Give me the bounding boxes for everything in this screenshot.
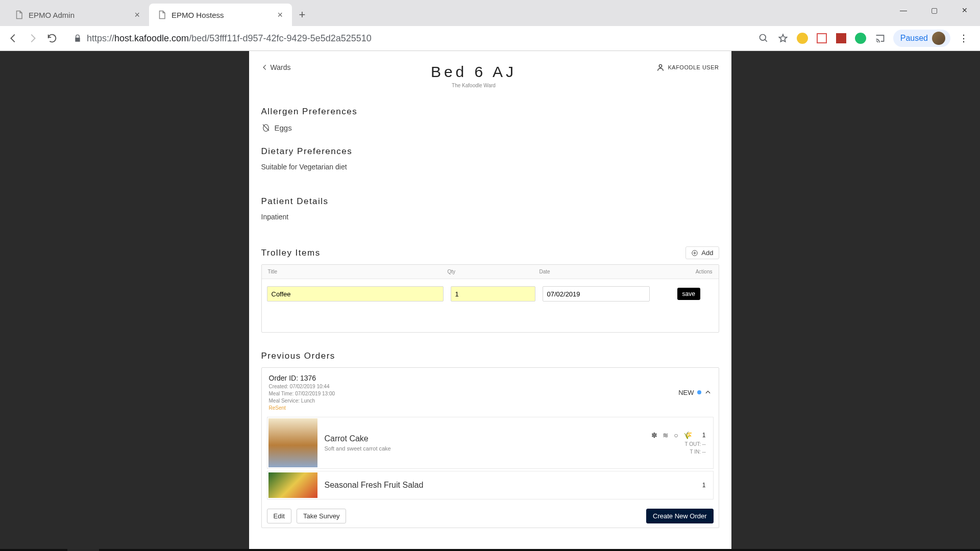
paused-label: Paused <box>900 34 928 43</box>
tab-1[interactable]: EPMO Admin × <box>6 4 149 26</box>
col-title: Title <box>268 269 448 274</box>
taskbar: S W S ENG 10:51 07 <box>0 549 980 551</box>
close-window-button[interactable]: ✕ <box>949 0 980 20</box>
order-id: Order ID: 1376 <box>269 374 335 382</box>
dietary-text: Suitable for Vegetarian diet <box>261 163 719 171</box>
item-image <box>268 418 317 467</box>
avatar <box>932 32 945 45</box>
page-icon <box>157 10 166 19</box>
allergen-heading: Allergen Preferences <box>261 107 719 117</box>
trolley-qty-input[interactable] <box>451 286 535 302</box>
firefox-icon[interactable] <box>99 549 131 551</box>
back-label: Wards <box>271 63 291 71</box>
svg-point-0 <box>760 35 766 41</box>
chevron-up-icon <box>704 389 712 396</box>
dietary-heading: Dietary Preferences <box>261 146 719 157</box>
ext-icon-4[interactable] <box>854 32 867 44</box>
close-icon[interactable]: × <box>275 9 285 21</box>
prev-heading: Previous Orders <box>261 351 719 361</box>
item-image <box>268 472 317 498</box>
t-in: T IN: -- <box>690 449 706 455</box>
chevron-left-icon <box>261 64 268 71</box>
user-chip[interactable]: KAFOODLE USER <box>656 63 719 71</box>
order-item: Seasonal Fresh Fruit Salad 1 <box>267 471 714 499</box>
item-qty: 1 <box>702 432 706 439</box>
order-resent: ReSent <box>269 405 335 411</box>
ext-icon-2[interactable] <box>816 32 828 44</box>
edit-button[interactable]: Edit <box>267 509 291 523</box>
browser-tab-strip: EPMO Admin × EPMO Hostess × + — ▢ ✕ <box>0 0 980 26</box>
cast-icon[interactable] <box>874 32 886 44</box>
trolley-header-row: Title Qty Date Actions <box>262 265 719 279</box>
skype-business-icon[interactable]: S <box>162 549 194 551</box>
previous-orders-card: Order ID: 1376 Created: 07/02/2019 10:44… <box>261 367 719 528</box>
order-mealtime: Meal Time: 07/02/2019 13:00 <box>269 391 335 396</box>
trolley-title-input[interactable] <box>267 286 444 302</box>
diet-icon: 🌾 <box>683 431 692 439</box>
skype-icon[interactable]: S <box>226 549 257 551</box>
save-button[interactable]: save <box>677 288 700 300</box>
item-desc: Soft and sweet carrot cake <box>325 445 645 452</box>
tab-title: EPMO Admin <box>29 11 127 19</box>
item-name: Carrot Cake <box>325 434 645 443</box>
word-icon[interactable]: W <box>194 549 226 551</box>
new-tab-button[interactable]: + <box>292 4 312 26</box>
url-bar: https://host.kafoodle.com/bed/53fff11f-d… <box>0 26 980 51</box>
maximize-button[interactable]: ▢ <box>919 0 949 20</box>
chrome-icon[interactable] <box>67 549 99 551</box>
diet-icon: ≋ <box>663 431 669 439</box>
trolley-date-input[interactable] <box>543 286 650 302</box>
col-date: Date <box>540 269 647 274</box>
file-explorer-icon[interactable] <box>36 549 67 551</box>
url-input[interactable]: https://host.kafoodle.com/bed/53fff11f-d… <box>65 29 750 47</box>
reload-button[interactable] <box>46 32 58 44</box>
allergen-icon <box>261 123 271 132</box>
allergen-label: Eggs <box>275 123 292 132</box>
back-wards-link[interactable]: Wards <box>261 63 291 71</box>
item-diet-icons: ✽ ≋ ○ 🌾 <box>651 431 692 439</box>
order-mealservice: Meal Service: Lunch <box>269 398 335 404</box>
diet-icon: ○ <box>674 431 678 439</box>
col-actions: Actions <box>647 269 713 274</box>
order-status-toggle[interactable]: NEW <box>678 389 711 396</box>
edge-icon[interactable] <box>131 549 162 551</box>
diet-icon: ✽ <box>651 431 657 439</box>
create-new-order-button[interactable]: Create New Order <box>646 509 713 523</box>
status-dot-icon <box>697 390 701 394</box>
item-qty: 1 <box>702 482 706 489</box>
trolley-heading: Trolley Items <box>261 248 321 258</box>
item-name: Seasonal Fresh Fruit Salad <box>325 481 695 490</box>
viewport: Wards Bed 6 AJ The Kafoodle Ward KAFOODL… <box>0 51 980 551</box>
take-survey-button[interactable]: Take Survey <box>297 509 347 523</box>
page-title: Bed 6 AJ <box>431 63 517 81</box>
user-name: KAFOODLE USER <box>668 64 719 70</box>
lock-icon <box>74 34 82 42</box>
patient-heading: Patient Details <box>261 196 719 207</box>
minimize-button[interactable]: — <box>888 0 919 20</box>
tab-title: EPMO Hostess <box>172 11 270 19</box>
forward-button[interactable] <box>27 32 39 44</box>
start-button[interactable] <box>4 549 36 551</box>
patient-text: Inpatient <box>261 213 719 221</box>
order-created: Created: 07/02/2019 10:44 <box>269 384 335 389</box>
add-button[interactable]: Add <box>685 246 719 259</box>
profile-paused[interactable]: Paused <box>893 30 950 47</box>
tab-2[interactable]: EPMO Hostess × <box>149 4 292 26</box>
t-out: T OUT: -- <box>685 441 706 447</box>
back-button[interactable] <box>7 32 19 44</box>
ext-icon-1[interactable] <box>796 32 808 44</box>
allergen-item: Eggs <box>261 123 719 132</box>
star-icon[interactable] <box>777 32 789 44</box>
zoom-icon[interactable] <box>757 32 770 44</box>
col-qty: Qty <box>448 269 540 274</box>
plus-circle-icon <box>691 249 698 257</box>
trolley-row: save <box>262 279 719 332</box>
add-label: Add <box>701 249 713 257</box>
kebab-menu-icon[interactable]: ⋮ <box>958 32 970 44</box>
ext-icon-3[interactable] <box>835 32 847 44</box>
page-icon <box>14 10 23 19</box>
page-subtitle: The Kafoodle Ward <box>431 83 517 88</box>
close-icon[interactable]: × <box>132 9 142 21</box>
trolley-table: Title Qty Date Actions save <box>261 264 719 333</box>
status-label: NEW <box>678 389 694 396</box>
